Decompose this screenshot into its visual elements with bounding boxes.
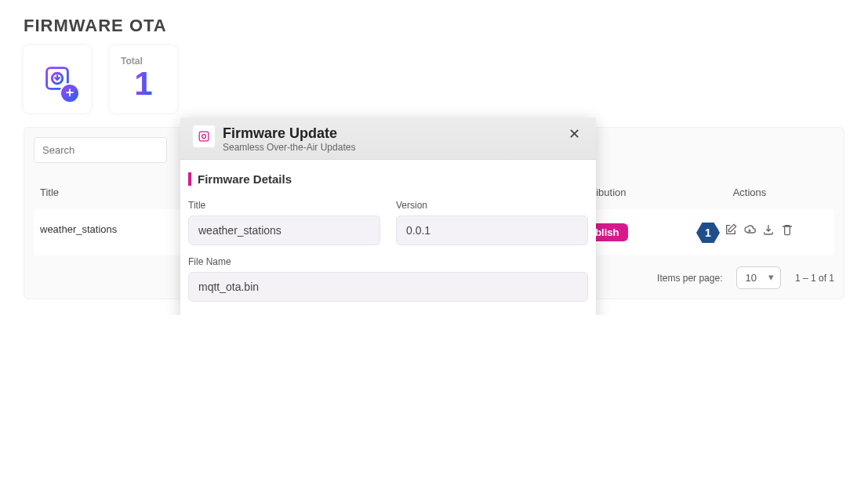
close-icon[interactable]: ✕ bbox=[565, 125, 583, 143]
version-label: Version bbox=[396, 200, 588, 211]
svg-rect-15 bbox=[199, 132, 209, 141]
filename-label: File Name bbox=[188, 256, 588, 267]
modal-title: Firmware Update bbox=[223, 125, 355, 142]
total-value: 1 bbox=[134, 65, 152, 103]
col-header-actions: Actions bbox=[671, 186, 828, 198]
trash-icon[interactable] bbox=[781, 223, 794, 236]
title-field[interactable] bbox=[188, 215, 380, 245]
total-card: Total 1 bbox=[110, 45, 177, 113]
download-icon[interactable] bbox=[762, 223, 775, 236]
chip-icon bbox=[193, 125, 215, 147]
edit-icon[interactable] bbox=[725, 223, 737, 236]
version-field[interactable] bbox=[396, 215, 588, 245]
pager-items-label: Items per page: bbox=[657, 273, 722, 284]
svg-point-16 bbox=[202, 135, 206, 139]
add-firmware-card[interactable]: + bbox=[24, 45, 91, 113]
filename-field[interactable] bbox=[188, 272, 588, 302]
modal-subtitle: Seamless Over-the-Air Updates bbox=[223, 142, 355, 153]
section-firmware-details: Firmware Details bbox=[188, 172, 588, 186]
title-label: Title bbox=[188, 200, 380, 211]
firmware-update-modal: Firmware Update Seamless Over-the-Air Up… bbox=[180, 118, 596, 315]
pager-range: 1 – 1 of 1 bbox=[795, 273, 834, 284]
search-input[interactable] bbox=[34, 137, 167, 163]
pager-per-page-select[interactable]: 10 bbox=[736, 266, 780, 289]
page-title: FIRMWARE OTA bbox=[24, 16, 844, 36]
plus-icon: + bbox=[60, 83, 80, 103]
cloud-down-icon[interactable] bbox=[743, 223, 756, 236]
